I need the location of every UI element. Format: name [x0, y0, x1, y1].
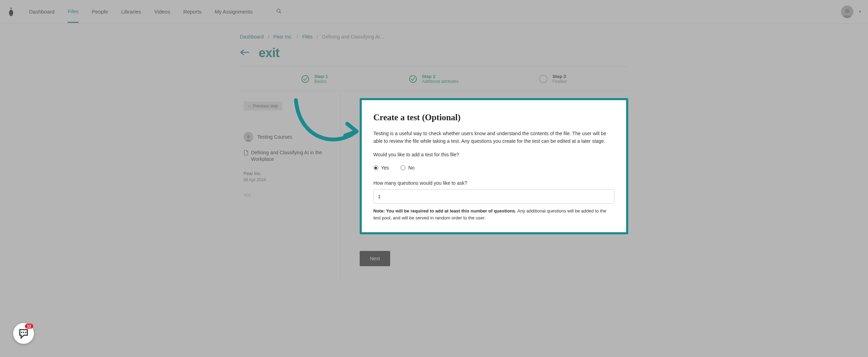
avatar-icon	[841, 6, 853, 18]
svg-line-1	[280, 12, 281, 13]
radio-label: No	[408, 165, 414, 171]
radio-label: Yes	[381, 165, 389, 171]
back-arrow-icon[interactable]	[240, 49, 249, 57]
top-nav-bar: Dashboard Files People Libraries Videos …	[0, 0, 868, 24]
breadcrumb-separator: /	[268, 34, 269, 40]
svg-point-7	[23, 332, 24, 333]
breadcrumb-dashboard[interactable]: Dashboard	[240, 34, 264, 40]
previous-step-button[interactable]: ← Previous step	[244, 102, 282, 111]
card-question-prompt: Would you like to add a test for this fi…	[374, 151, 614, 159]
breadcrumb-current: Defining and Classifying AI...	[322, 34, 384, 40]
radio-no[interactable]: No	[401, 165, 414, 171]
radio-icon	[401, 165, 405, 170]
breadcrumb-separator: /	[297, 34, 298, 40]
nav-item-reports[interactable]: Reports	[183, 1, 202, 22]
breadcrumb: Dashboard / Pear Inc. / Files / Defining…	[240, 34, 628, 40]
step-title: Step 3	[552, 74, 567, 79]
org-name: Pear Inc.	[244, 171, 337, 176]
content-wrap: Dashboard / Pear Inc. / Files / Defining…	[240, 24, 628, 280]
svg-point-4	[302, 76, 309, 82]
note-text: Note: You will be required to add at lea…	[374, 208, 614, 221]
app-logo-icon	[7, 7, 15, 17]
breadcrumb-org[interactable]: Pear Inc.	[273, 34, 293, 40]
question-count-input[interactable]	[374, 189, 614, 203]
svg-point-0	[277, 9, 280, 12]
breadcrumb-separator: /	[317, 34, 318, 40]
nav-item-libraries[interactable]: Libraries	[121, 1, 141, 22]
doc-version: V02	[244, 193, 337, 198]
step-3[interactable]: Step 3 Finalise	[539, 74, 567, 84]
exit-title[interactable]: exit	[259, 46, 280, 60]
check-circle-icon	[409, 75, 417, 83]
main-nav: Dashboard Files People Libraries Videos …	[29, 1, 282, 23]
check-circle-icon	[301, 75, 309, 83]
pending-circle-icon	[539, 75, 547, 83]
step-title: Step 2	[422, 74, 458, 79]
card-title: Create a test (Optional)	[374, 113, 614, 122]
nav-item-videos[interactable]: Videos	[154, 1, 170, 22]
document-icon	[244, 150, 248, 157]
step-subtitle: Basics	[314, 79, 328, 84]
breadcrumb-files[interactable]: Files	[302, 34, 313, 40]
question-count-label: How many questions would you like to ask…	[374, 180, 614, 186]
nav-item-people[interactable]: People	[92, 1, 108, 22]
svg-point-8	[21, 332, 22, 333]
radio-group-add-test: Yes No	[374, 165, 614, 171]
step-subtitle: Additional attributes	[422, 79, 458, 84]
nav-item-dashboard[interactable]: Dashboard	[29, 1, 54, 22]
svg-point-5	[410, 76, 417, 82]
step-2[interactable]: Step 2 Additional attributes	[409, 74, 458, 84]
doc-date: 08 Apr 2024	[244, 177, 337, 182]
user-menu[interactable]: ▾	[841, 6, 861, 18]
help-bubble-button[interactable]: 12	[13, 323, 34, 344]
search-icon[interactable]	[276, 8, 282, 15]
callout-arrow-icon	[286, 97, 365, 156]
author-avatar-icon	[244, 132, 253, 142]
nav-item-my-assignments[interactable]: My Assignments	[214, 1, 252, 22]
radio-yes[interactable]: Yes	[374, 165, 389, 171]
nav-item-files[interactable]: Files	[68, 1, 79, 23]
note-strong: Note: You will be required to add at lea…	[374, 208, 515, 214]
step-title: Step 1	[314, 74, 328, 79]
create-test-card: Create a test (Optional) Testing is a us…	[360, 98, 628, 234]
svg-point-9	[25, 332, 26, 333]
wizard-body: ← Previous step Testing Courses Defining…	[240, 91, 628, 280]
next-button[interactable]: Next	[360, 251, 391, 266]
step-1[interactable]: Step 1 Basics	[301, 74, 328, 84]
svg-point-6	[247, 135, 250, 138]
help-badge-count: 12	[25, 324, 33, 329]
help-chat-icon	[18, 328, 29, 339]
svg-point-2	[845, 9, 850, 13]
step-subtitle: Finalise	[552, 79, 567, 84]
exit-row: exit	[240, 46, 628, 60]
card-intro-text: Testing is a useful way to check whether…	[374, 130, 614, 145]
radio-icon	[374, 165, 378, 170]
form-panel: Create a test (Optional) Testing is a us…	[341, 91, 628, 280]
chevron-down-icon: ▾	[859, 9, 861, 14]
wizard-stepper: Step 1 Basics Step 2 Additional attribut…	[240, 67, 628, 91]
